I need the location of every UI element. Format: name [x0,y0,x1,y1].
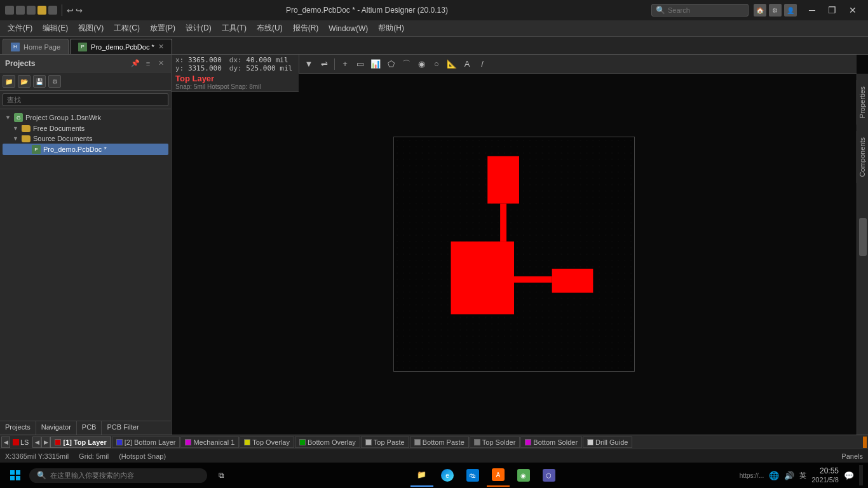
rect-tool-btn[interactable]: ▭ [353,57,367,71]
title-search-box[interactable]: 🔍 [651,4,749,17]
filter-tool-btn[interactable]: ▼ [302,57,316,71]
measure-tool-btn[interactable]: 📐 [445,57,459,71]
pcb-canvas[interactable] [393,137,635,372]
canvas-vscroll[interactable] [857,74,868,435]
menu-view[interactable]: 视图(V) [73,21,109,36]
settings-tool-icon[interactable]: ⚙ [48,75,61,88]
layer-tab-bottom-overlay[interactable]: Bottom Overlay [295,437,360,448]
sidebar-tab-projects[interactable]: Projects [0,421,36,435]
notification-icon[interactable]: 💬 [844,471,854,480]
settings-icon[interactable]: ⚙ [769,4,782,17]
menu-edit[interactable]: 编辑(E) [37,21,73,36]
tree-item-free-docs[interactable]: ▼ Free Documents [3,123,168,133]
sidebar-tab-navigator[interactable]: Navigator [36,421,77,435]
pcb-toolbar: ▼ ⇌ + ▭ 📊 ⬠ ⌒ ◉ ○ 📐 A / [299,55,857,74]
taskbar-app-edge[interactable]: e [436,464,459,487]
layer-tab-drill-guide[interactable]: Drill Guide [583,437,632,448]
menu-design[interactable]: 设计(D) [180,21,217,36]
taskbar-app-extra1[interactable]: ◉ [512,464,535,487]
layer-scroll-left[interactable]: ◀ [1,437,10,448]
sidebar-close-icon[interactable]: ✕ [156,58,166,69]
tab-home[interactable]: H Home Page [3,39,69,54]
layer-tab-bottom[interactable]: [2] Bottom Layer [112,437,180,448]
tab-pcbdoc[interactable]: P Pro_demo.PcbDoc * ✕ [70,39,172,54]
minimize-button[interactable]: ─ [802,0,822,20]
sidebar-tab-pcb-filter[interactable]: PCB Filter [102,421,144,435]
text-tool-btn[interactable]: A [460,57,474,71]
tab-close-icon[interactable]: ✕ [158,43,164,51]
home-icon[interactable]: 🏠 [754,4,766,17]
menu-file[interactable]: 文件(F) [3,21,37,36]
vscroll-thumb[interactable] [859,218,867,256]
layer-tab-top[interactable]: [1] Top Layer [50,437,111,448]
redo-icon[interactable]: ↪ [76,6,83,15]
menu-route[interactable]: 布线(U) [252,21,288,36]
menu-project[interactable]: 工程(C) [109,21,145,36]
new-folder-icon[interactable]: 📁 [3,75,15,88]
toolbar-sep-1 [334,58,335,70]
sidebar-menu-icon[interactable]: ≡ [143,58,153,69]
coord-values-2: y: 3315.000 dy: 525.000 mil [175,64,295,72]
layer-tab-top-paste[interactable]: Top Paste [361,437,409,448]
start-button[interactable] [5,465,25,485]
coord-snap-label: Snap: 5mil Hotspot Snap: 8mil [175,83,295,90]
sidebar-pin-icon[interactable]: 📌 [130,58,140,69]
top-layer-color [55,439,61,445]
tree-arrow-project-group: ▼ [5,114,11,121]
add-tool-btn[interactable]: + [338,57,352,71]
arc-tool-btn[interactable]: ⌒ [399,57,413,71]
menu-tools[interactable]: 工具(T) [217,21,252,36]
layer-tab-top-overlay[interactable]: Top Overlay [240,437,294,448]
components-panel-label[interactable]: Components [857,131,868,183]
show-desktop-btn[interactable] [859,465,863,485]
pad-tool-btn[interactable]: ◉ [414,57,428,71]
user-icon[interactable]: 👤 [784,4,797,17]
layer-tab-mechanical[interactable]: Mechanical 1 [180,437,239,448]
panels-label[interactable]: Panels [841,452,863,460]
layer-tab-bottom-paste[interactable]: Bottom Paste [410,437,469,448]
tree-item-pcbdoc[interactable]: P Pro_demo.PcbDoc * [3,144,168,155]
sidebar-header-icons: 📌 ≡ ✕ [130,58,166,69]
save-icon[interactable]: 💾 [33,75,46,88]
taskbar-app-explorer[interactable]: 📁 [410,464,433,487]
title-search-input[interactable] [668,6,744,14]
taskbar-search-box[interactable]: 🔍 在这里输入你要搜索的内容 [29,468,207,483]
layer-tab-bottom-solder[interactable]: Bottom Solder [520,437,582,448]
layer-scroll-next[interactable]: ▶ [41,437,50,448]
app-icon-4 [37,6,46,15]
tree-item-project-group[interactable]: ▼ G Project Group 1.DsnWrk [3,112,168,123]
close-button[interactable]: ✕ [843,0,863,20]
menu-reports[interactable]: 报告(R) [288,21,324,36]
sidebar-tab-pcb[interactable]: PCB [77,421,102,435]
tree-item-source-docs[interactable]: ▼ Source Documents [3,133,168,144]
layer-tab-top-solder[interactable]: Top Solder [470,437,520,448]
extra1-icon: ◉ [517,469,530,482]
layer-tab-ls[interactable]: LS [10,437,31,448]
properties-panel-label[interactable]: Properties [857,80,868,125]
chart-tool-btn[interactable]: 📊 [369,57,383,71]
menu-window[interactable]: Window(W) [323,22,373,35]
components-label-text[interactable]: Components [857,133,867,180]
pcb-board[interactable] [172,74,857,435]
task-view-button[interactable]: ⧉ [211,465,231,485]
menu-place[interactable]: 放置(P) [145,21,180,36]
via-tool-btn[interactable]: ○ [430,57,444,71]
poly-tool-btn[interactable]: ⬠ [384,57,398,71]
app-icon-2 [16,6,25,15]
route-tool-btn[interactable]: ⇌ [317,57,331,71]
sidebar-search-input[interactable] [3,93,168,106]
coord-layer-label: Top Layer [175,74,295,83]
open-file-icon[interactable]: 📂 [18,75,31,88]
undo-icon[interactable]: ↩ [67,6,74,15]
layer-scroll-prev[interactable]: ◀ [32,437,41,448]
restore-button[interactable]: ❐ [822,0,843,20]
layer-tab-mechanical-label: Mechanical 1 [193,438,234,446]
menu-help[interactable]: 帮助(H) [373,21,409,36]
taskbar-app-store[interactable]: 🛍 [461,464,484,487]
vscroll-track[interactable] [857,74,868,435]
properties-label-text[interactable]: Properties [857,83,867,122]
taskbar-app-altium[interactable]: A [487,464,510,487]
sidebar-bottom-tabs: Projects Navigator PCB PCB Filter [0,421,171,435]
pen-tool-btn[interactable]: / [475,57,489,71]
taskbar-app-extra2[interactable]: ⬡ [538,464,560,487]
